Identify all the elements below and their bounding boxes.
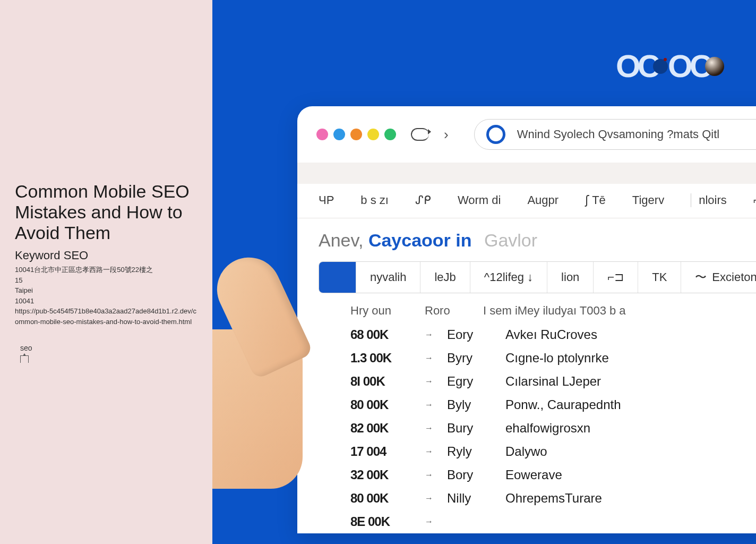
table-row[interactable]: 8I 00K→EgryCılarsinal LJeper: [350, 370, 756, 393]
filter-tab[interactable]: 〜 Excieton: [681, 262, 756, 293]
address-zip: 10041: [15, 296, 197, 307]
table-header: Hry oun Roro I sem iMey iludyaı T003 b a: [297, 293, 756, 323]
filter-tabs: nyvalih leJb ^12lifeg ↓ lion ⌐⊐ TK 〜 Exc…: [319, 261, 756, 293]
filter-tab[interactable]: ^12lifeg ↓: [470, 262, 547, 293]
nav-tab[interactable]: Augpr: [527, 193, 559, 207]
table-row[interactable]: 8E 00K→: [350, 510, 756, 533]
forward-icon[interactable]: ›: [444, 126, 449, 143]
window-traffic-lights: [316, 129, 396, 140]
table-row[interactable]: 1.3 00K→ByryCıgne-lo ptolynrke: [350, 346, 756, 370]
nav-tab[interactable]: b s zı: [360, 193, 389, 207]
table-row[interactable]: 17 004→RylyDalywo: [350, 440, 756, 463]
nav-tab[interactable]: ᔑᑭ: [415, 193, 431, 207]
filter-tab[interactable]: leJb: [420, 262, 470, 293]
tab-icon-1[interactable]: ЧР: [319, 193, 334, 207]
table-row[interactable]: 32 00K→BoryEowerave: [350, 463, 756, 487]
page-url: https://pub-5c454f571b8e40a3a2aad27ade84…: [15, 306, 197, 327]
loading-spinner-icon: [486, 125, 505, 144]
nav-tab[interactable]: nloirs: [691, 193, 727, 207]
pointing-hand-graphic: [212, 255, 324, 468]
address-line-1: 10041台北市中正區忠孝西路一段50號22樓之: [15, 265, 197, 275]
filter-tab-active[interactable]: [319, 262, 356, 293]
address-bar-text: Wnind Syolech Qvsamoning ?mats Qitl: [517, 128, 720, 141]
filter-tab[interactable]: ⌐⊐: [594, 262, 638, 293]
filter-tab[interactable]: TK: [638, 262, 681, 293]
reload-icon[interactable]: [411, 128, 429, 141]
filter-tab[interactable]: nyvalih: [356, 262, 420, 293]
table-row[interactable]: 82 00K→Buryehalfowigrosxn: [350, 416, 756, 440]
browser-window: › Wnind Syolech Qvsamoning ?mats Qitl ЧР…: [297, 106, 756, 533]
address-line-2: 15: [15, 275, 197, 286]
page-title: Common Mobile SEO Mistakes and How to Av…: [15, 181, 197, 243]
nav-tab[interactable]: ʃ Tē: [585, 193, 606, 207]
address-bar[interactable]: Wnind Syolech Qvsamoning ?mats Qitl: [474, 119, 756, 150]
breadcrumb-current[interactable]: Caycaoor in: [368, 230, 472, 250]
nav-tab[interactable]: Worm di: [458, 193, 501, 207]
table-row[interactable]: 80 00K→NillyOhrepemsTurare: [350, 487, 756, 510]
address-city: Taipei: [15, 285, 197, 296]
table-row[interactable]: 68 00K→EoryAvkeı RuCroves: [350, 323, 756, 346]
nav-tab[interactable]: Tigerv: [632, 193, 664, 207]
breadcrumb: Anev, Caycaoor in Gavlor: [297, 218, 756, 256]
filter-tab[interactable]: lion: [547, 262, 594, 293]
tag-seo[interactable]: seo: [15, 343, 38, 353]
page-subtitle: Keyword SEO: [15, 249, 197, 262]
share-icon[interactable]: [20, 355, 29, 363]
table-row[interactable]: 80 00K→BylyPonw., Caurapednth: [350, 393, 756, 416]
brand-logo: OCOC: [616, 48, 724, 84]
nav-tabs: ЧР b s zı ᔑᑭ Worm di Augpr ʃ Tē Tigerv n…: [297, 184, 756, 218]
nav-tab[interactable]: ⌐ Kural ⎵: [753, 193, 756, 207]
